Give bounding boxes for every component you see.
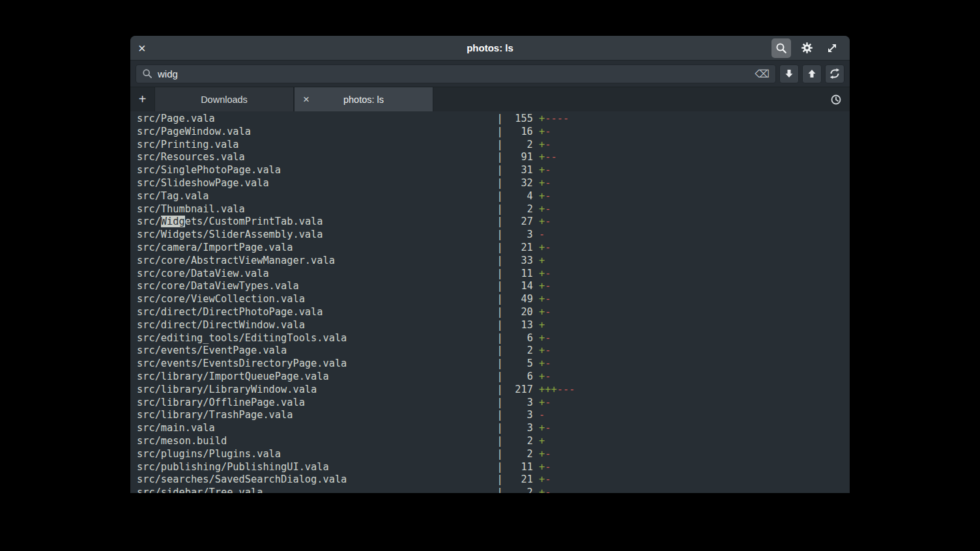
diff-addition-marker: +: [539, 487, 545, 493]
diff-stat-row: src/core/DataView.vala | 11 +-: [137, 268, 850, 281]
clear-search-icon[interactable]: ⌫: [755, 68, 770, 80]
diff-addition-marker: +: [539, 293, 545, 305]
diff-addition-marker: +: [539, 384, 545, 395]
file-path: src/camera/ImportPage.vala: [137, 242, 293, 253]
file-path: src/events/EventsDirectoryPage.vala: [137, 358, 347, 369]
diff-stat-row: src/camera/ImportPage.vala | 21 +-: [137, 242, 850, 255]
file-path: src/plugins/Plugins.vala: [137, 448, 281, 460]
diff-stat-row: src/core/ViewCollection.vala | 49 +-: [137, 293, 850, 306]
diff-addition-marker: +: [539, 448, 545, 460]
diff-stat-row: src/sidebar/Tree.vala | 2 +-: [137, 487, 850, 493]
diff-stat-row: src/library/OfflinePage.vala | 3 +-: [137, 397, 850, 410]
search-wrap-around-button[interactable]: [825, 64, 844, 83]
history-button[interactable]: [822, 87, 850, 111]
diff-addition-marker: +: [539, 461, 545, 473]
diff-addition-marker: +: [539, 113, 545, 124]
change-count: | 217: [317, 384, 539, 395]
file-path: src/Widgets/SliderAssembly.vala: [137, 229, 323, 240]
change-count: | 3: [293, 409, 539, 421]
diff-deletion-marker: -: [545, 216, 551, 227]
diff-addition-marker: +: [539, 306, 545, 318]
tab-bar-spacer: [433, 87, 822, 111]
close-window-button[interactable]: ×: [138, 42, 155, 55]
diff-deletion-marker: -: [545, 242, 551, 253]
window-title: photos: ls: [130, 42, 850, 53]
diff-addition-marker: +: [539, 397, 545, 408]
wrap-around-icon: [829, 68, 841, 79]
diff-addition-marker: +: [539, 164, 545, 176]
diff-addition-marker: +: [539, 280, 545, 292]
change-count: | 2: [239, 139, 539, 150]
file-path: src/Resources.vala: [137, 151, 245, 163]
diff-addition-marker: +: [539, 422, 545, 434]
diff-deletion-marker: -: [545, 151, 551, 163]
close-tab-icon[interactable]: ×: [303, 94, 310, 105]
diff-stat-row: src/library/LibraryWindow.vala | 217 +++…: [137, 384, 850, 397]
file-path: src/sidebar/Tree.vala: [137, 487, 263, 493]
change-count: | 3: [305, 397, 539, 408]
diff-deletion-marker: -: [563, 384, 569, 395]
tab-photos-ls[interactable]: × photos: ls: [294, 87, 433, 111]
fullscreen-button[interactable]: [822, 38, 842, 58]
diff-stat-row: src/library/TrashPage.vala | 3 -: [137, 409, 850, 422]
change-count: | 20: [323, 306, 540, 318]
search-icon: [775, 42, 787, 54]
terminal-output[interactable]: src/Page.vala | 155 +----src/PageWindow.…: [130, 111, 850, 493]
search-toggle-button[interactable]: [771, 38, 791, 58]
diff-addition-marker: +: [539, 151, 545, 163]
diff-stat-row: src/core/DataViewTypes.vala | 14 +-: [137, 280, 850, 293]
file-path: src/direct/DirectWindow.vala: [137, 319, 305, 331]
diff-addition-marker: +: [539, 345, 545, 356]
search-match-highlight: Widg: [161, 216, 185, 227]
search-input[interactable]: widg ⌫: [136, 64, 776, 83]
terminal-window: × photos: ls: [130, 36, 850, 493]
diff-stat-row: src/searches/SavedSearchDialog.vala | 21…: [137, 473, 850, 487]
change-count: | 21: [293, 242, 539, 253]
file-path: src/Widgets/CustomPrintTab.vala: [137, 216, 323, 227]
diff-deletion-marker: -: [545, 422, 551, 434]
diff-stat-row: src/library/ImportQueuePage.vala | 6 +-: [137, 371, 850, 384]
diff-addition-marker: +: [545, 384, 551, 395]
diff-stat-row: src/Printing.vala | 2 +-: [137, 139, 850, 152]
file-path: src/library/OfflinePage.vala: [137, 397, 305, 408]
diff-stat-row: src/Page.vala | 155 +----: [137, 113, 850, 126]
change-count: | 2: [281, 448, 539, 460]
diff-stat-row: src/plugins/Plugins.vala | 2 +-: [137, 448, 850, 461]
diff-deletion-marker: -: [545, 448, 551, 460]
search-icon: [142, 68, 152, 79]
diff-stat-row: src/Widgets/CustomPrintTab.vala | 27 +-: [137, 216, 850, 229]
new-tab-button[interactable]: +: [130, 87, 154, 111]
diff-stat-row: src/Tag.vala | 4 +-: [137, 190, 850, 203]
search-next-button[interactable]: [779, 64, 799, 83]
change-count: | 13: [305, 319, 539, 331]
change-count: | 4: [209, 190, 540, 202]
diff-stat-row: src/editing_tools/EditingTools.vala | 6 …: [137, 332, 850, 345]
file-path: src/main.vala: [137, 422, 215, 434]
change-count: | 32: [269, 177, 539, 189]
diff-stat-row: src/meson.build | 2 +: [137, 435, 850, 448]
change-count: | 16: [251, 126, 539, 137]
diff-deletion-marker: -: [545, 280, 551, 292]
diff-stat-row: src/SinglePhotoPage.vala | 31 +-: [137, 164, 850, 177]
diff-deletion-marker: -: [545, 397, 551, 408]
tab-downloads[interactable]: Downloads: [154, 87, 294, 111]
header-actions: [771, 38, 842, 58]
diff-deletion-marker: -: [551, 113, 557, 124]
settings-menu-button[interactable]: [797, 38, 816, 58]
diff-deletion-marker: -: [545, 190, 551, 202]
tab-label: photos: ls: [343, 94, 384, 105]
diff-addition-marker: +: [539, 216, 545, 227]
diff-stat-row: src/core/AbstractViewManager.vala | 33 +: [137, 255, 850, 268]
diff-deletion-marker: -: [563, 113, 569, 124]
diff-deletion-marker: -: [545, 126, 551, 137]
diff-deletion-marker: -: [545, 487, 551, 493]
search-previous-button[interactable]: [802, 64, 822, 83]
diff-addition-marker: +: [551, 384, 557, 395]
diff-addition-marker: +: [539, 435, 545, 447]
change-count: | 91: [245, 151, 539, 163]
search-input-value: widg: [158, 68, 749, 79]
file-path: src/core/DataView.vala: [137, 268, 269, 279]
diff-deletion-marker: -: [545, 268, 551, 279]
file-path: src/core/DataViewTypes.vala: [137, 280, 299, 292]
change-count: | 2: [227, 435, 539, 447]
